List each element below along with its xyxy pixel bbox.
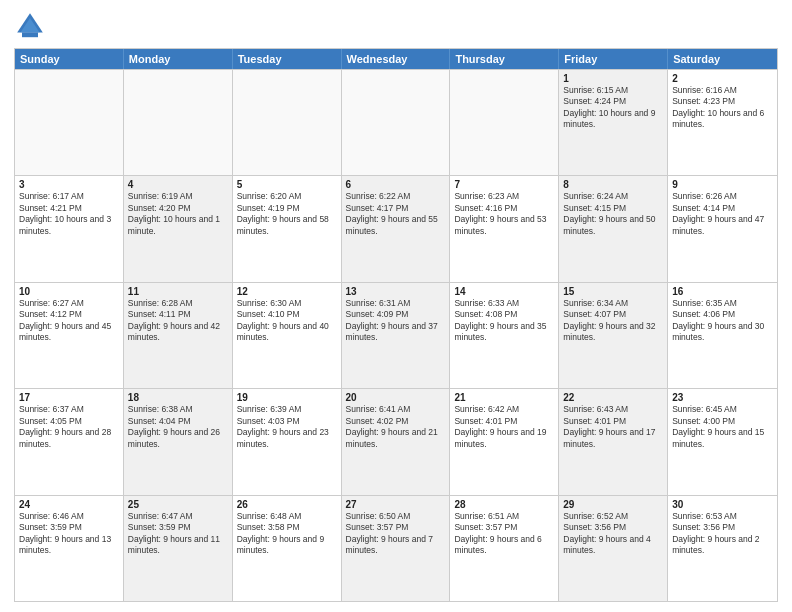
day-number: 9: [672, 179, 773, 190]
day-cell-24: 24Sunrise: 6:46 AM Sunset: 3:59 PM Dayli…: [15, 496, 124, 601]
day-info: Sunrise: 6:28 AM Sunset: 4:11 PM Dayligh…: [128, 298, 228, 344]
day-cell-30: 30Sunrise: 6:53 AM Sunset: 3:56 PM Dayli…: [668, 496, 777, 601]
day-number: 19: [237, 392, 337, 403]
cal-row-0: 1Sunrise: 6:15 AM Sunset: 4:24 PM Daylig…: [15, 69, 777, 175]
cal-row-1: 3Sunrise: 6:17 AM Sunset: 4:21 PM Daylig…: [15, 175, 777, 281]
day-cell-21: 21Sunrise: 6:42 AM Sunset: 4:01 PM Dayli…: [450, 389, 559, 494]
day-info: Sunrise: 6:48 AM Sunset: 3:58 PM Dayligh…: [237, 511, 337, 557]
day-info: Sunrise: 6:20 AM Sunset: 4:19 PM Dayligh…: [237, 191, 337, 237]
day-number: 30: [672, 499, 773, 510]
empty-cell: [342, 70, 451, 175]
day-number: 16: [672, 286, 773, 297]
day-info: Sunrise: 6:39 AM Sunset: 4:03 PM Dayligh…: [237, 404, 337, 450]
day-info: Sunrise: 6:26 AM Sunset: 4:14 PM Dayligh…: [672, 191, 773, 237]
day-cell-2: 2Sunrise: 6:16 AM Sunset: 4:23 PM Daylig…: [668, 70, 777, 175]
day-number: 25: [128, 499, 228, 510]
header-day-sunday: Sunday: [15, 49, 124, 69]
day-number: 3: [19, 179, 119, 190]
empty-cell: [233, 70, 342, 175]
day-cell-15: 15Sunrise: 6:34 AM Sunset: 4:07 PM Dayli…: [559, 283, 668, 388]
day-number: 11: [128, 286, 228, 297]
day-info: Sunrise: 6:33 AM Sunset: 4:08 PM Dayligh…: [454, 298, 554, 344]
day-cell-27: 27Sunrise: 6:50 AM Sunset: 3:57 PM Dayli…: [342, 496, 451, 601]
day-cell-16: 16Sunrise: 6:35 AM Sunset: 4:06 PM Dayli…: [668, 283, 777, 388]
day-info: Sunrise: 6:45 AM Sunset: 4:00 PM Dayligh…: [672, 404, 773, 450]
day-cell-5: 5Sunrise: 6:20 AM Sunset: 4:19 PM Daylig…: [233, 176, 342, 281]
day-cell-20: 20Sunrise: 6:41 AM Sunset: 4:02 PM Dayli…: [342, 389, 451, 494]
day-number: 28: [454, 499, 554, 510]
day-info: Sunrise: 6:31 AM Sunset: 4:09 PM Dayligh…: [346, 298, 446, 344]
day-info: Sunrise: 6:23 AM Sunset: 4:16 PM Dayligh…: [454, 191, 554, 237]
day-number: 21: [454, 392, 554, 403]
day-cell-26: 26Sunrise: 6:48 AM Sunset: 3:58 PM Dayli…: [233, 496, 342, 601]
day-info: Sunrise: 6:30 AM Sunset: 4:10 PM Dayligh…: [237, 298, 337, 344]
day-number: 26: [237, 499, 337, 510]
day-cell-19: 19Sunrise: 6:39 AM Sunset: 4:03 PM Dayli…: [233, 389, 342, 494]
day-number: 20: [346, 392, 446, 403]
day-cell-28: 28Sunrise: 6:51 AM Sunset: 3:57 PM Dayli…: [450, 496, 559, 601]
day-cell-25: 25Sunrise: 6:47 AM Sunset: 3:59 PM Dayli…: [124, 496, 233, 601]
day-cell-4: 4Sunrise: 6:19 AM Sunset: 4:20 PM Daylig…: [124, 176, 233, 281]
day-number: 18: [128, 392, 228, 403]
header: [14, 10, 778, 42]
calendar: SundayMondayTuesdayWednesdayThursdayFrid…: [14, 48, 778, 602]
day-cell-8: 8Sunrise: 6:24 AM Sunset: 4:15 PM Daylig…: [559, 176, 668, 281]
cal-row-4: 24Sunrise: 6:46 AM Sunset: 3:59 PM Dayli…: [15, 495, 777, 601]
day-info: Sunrise: 6:42 AM Sunset: 4:01 PM Dayligh…: [454, 404, 554, 450]
cal-row-2: 10Sunrise: 6:27 AM Sunset: 4:12 PM Dayli…: [15, 282, 777, 388]
day-number: 15: [563, 286, 663, 297]
day-info: Sunrise: 6:35 AM Sunset: 4:06 PM Dayligh…: [672, 298, 773, 344]
day-number: 7: [454, 179, 554, 190]
day-cell-14: 14Sunrise: 6:33 AM Sunset: 4:08 PM Dayli…: [450, 283, 559, 388]
day-number: 23: [672, 392, 773, 403]
svg-rect-2: [22, 32, 38, 37]
day-cell-3: 3Sunrise: 6:17 AM Sunset: 4:21 PM Daylig…: [15, 176, 124, 281]
day-cell-18: 18Sunrise: 6:38 AM Sunset: 4:04 PM Dayli…: [124, 389, 233, 494]
day-info: Sunrise: 6:52 AM Sunset: 3:56 PM Dayligh…: [563, 511, 663, 557]
day-number: 10: [19, 286, 119, 297]
day-info: Sunrise: 6:43 AM Sunset: 4:01 PM Dayligh…: [563, 404, 663, 450]
page: SundayMondayTuesdayWednesdayThursdayFrid…: [0, 0, 792, 612]
day-info: Sunrise: 6:50 AM Sunset: 3:57 PM Dayligh…: [346, 511, 446, 557]
day-cell-7: 7Sunrise: 6:23 AM Sunset: 4:16 PM Daylig…: [450, 176, 559, 281]
day-info: Sunrise: 6:15 AM Sunset: 4:24 PM Dayligh…: [563, 85, 663, 131]
calendar-body: 1Sunrise: 6:15 AM Sunset: 4:24 PM Daylig…: [15, 69, 777, 601]
day-cell-10: 10Sunrise: 6:27 AM Sunset: 4:12 PM Dayli…: [15, 283, 124, 388]
day-number: 4: [128, 179, 228, 190]
day-number: 27: [346, 499, 446, 510]
day-cell-12: 12Sunrise: 6:30 AM Sunset: 4:10 PM Dayli…: [233, 283, 342, 388]
day-info: Sunrise: 6:38 AM Sunset: 4:04 PM Dayligh…: [128, 404, 228, 450]
day-info: Sunrise: 6:22 AM Sunset: 4:17 PM Dayligh…: [346, 191, 446, 237]
day-number: 5: [237, 179, 337, 190]
logo-icon: [14, 10, 46, 42]
day-cell-6: 6Sunrise: 6:22 AM Sunset: 4:17 PM Daylig…: [342, 176, 451, 281]
day-info: Sunrise: 6:47 AM Sunset: 3:59 PM Dayligh…: [128, 511, 228, 557]
header-day-friday: Friday: [559, 49, 668, 69]
day-info: Sunrise: 6:51 AM Sunset: 3:57 PM Dayligh…: [454, 511, 554, 557]
header-day-thursday: Thursday: [450, 49, 559, 69]
header-day-saturday: Saturday: [668, 49, 777, 69]
day-cell-29: 29Sunrise: 6:52 AM Sunset: 3:56 PM Dayli…: [559, 496, 668, 601]
day-cell-17: 17Sunrise: 6:37 AM Sunset: 4:05 PM Dayli…: [15, 389, 124, 494]
header-day-monday: Monday: [124, 49, 233, 69]
logo: [14, 10, 50, 42]
empty-cell: [124, 70, 233, 175]
day-cell-11: 11Sunrise: 6:28 AM Sunset: 4:11 PM Dayli…: [124, 283, 233, 388]
day-number: 6: [346, 179, 446, 190]
day-cell-1: 1Sunrise: 6:15 AM Sunset: 4:24 PM Daylig…: [559, 70, 668, 175]
day-number: 13: [346, 286, 446, 297]
day-number: 22: [563, 392, 663, 403]
empty-cell: [450, 70, 559, 175]
day-info: Sunrise: 6:46 AM Sunset: 3:59 PM Dayligh…: [19, 511, 119, 557]
empty-cell: [15, 70, 124, 175]
day-number: 2: [672, 73, 773, 84]
day-cell-22: 22Sunrise: 6:43 AM Sunset: 4:01 PM Dayli…: [559, 389, 668, 494]
day-number: 8: [563, 179, 663, 190]
day-number: 1: [563, 73, 663, 84]
header-day-wednesday: Wednesday: [342, 49, 451, 69]
cal-row-3: 17Sunrise: 6:37 AM Sunset: 4:05 PM Dayli…: [15, 388, 777, 494]
day-info: Sunrise: 6:53 AM Sunset: 3:56 PM Dayligh…: [672, 511, 773, 557]
day-cell-13: 13Sunrise: 6:31 AM Sunset: 4:09 PM Dayli…: [342, 283, 451, 388]
day-info: Sunrise: 6:19 AM Sunset: 4:20 PM Dayligh…: [128, 191, 228, 237]
day-number: 17: [19, 392, 119, 403]
